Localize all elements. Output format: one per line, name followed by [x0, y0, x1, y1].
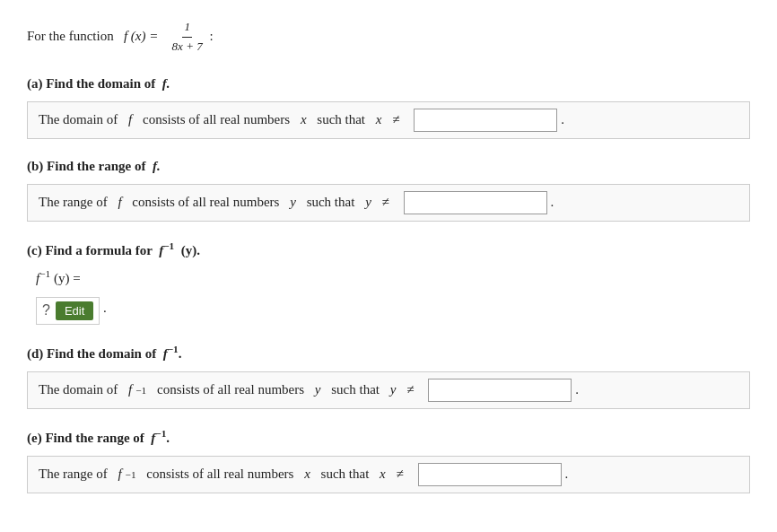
part-a-var2: x — [376, 112, 382, 127]
part-e-var2: x — [380, 467, 386, 482]
part-b-f2: f — [118, 195, 121, 210]
fraction-numerator: 1 — [182, 18, 192, 38]
part-d-f2-sup: −1 — [135, 385, 146, 396]
part-c-formula-label: f−1 (y) = — [27, 268, 750, 286]
fx-label: f (x) = — [124, 29, 158, 43]
part-c-edit-button[interactable]: Edit — [56, 301, 93, 320]
part-c-finv-sup: −1 — [163, 240, 174, 251]
part-c-f-sup: −1 — [39, 268, 50, 279]
part-a-header: (a) Find the domain of f. — [27, 73, 750, 94]
part-d-var: y — [315, 382, 321, 397]
part-b-answer-row: The range of f consists of all real numb… — [27, 184, 750, 222]
part-a-statement: The domain of — [39, 112, 118, 127]
part-d-finv-sup: −1 — [168, 344, 179, 354]
part-c: (c) Find a formula for f−1 (y). f−1 (y) … — [27, 238, 750, 325]
part-a: (a) Find the domain of f. The domain of … — [27, 73, 750, 139]
part-e-period2: . — [565, 467, 569, 482]
part-e-label: (e) Find the range of — [27, 431, 144, 445]
part-e-input[interactable] — [418, 463, 562, 486]
part-e-f2: f — [118, 467, 121, 482]
part-a-such-that: such that — [317, 112, 365, 127]
part-a-var: x — [301, 112, 307, 127]
intro-text: For the function — [27, 29, 114, 43]
part-a-f: f. — [162, 76, 170, 91]
part-b: (b) Find the range of f. The range of f … — [27, 155, 750, 222]
part-b-var: y — [290, 195, 296, 210]
part-e-finv-sup: −1 — [155, 428, 166, 439]
part-b-label: (b) Find the range of — [27, 159, 146, 173]
part-a-period: . — [561, 112, 564, 127]
part-d-header: (d) Find the domain of f−1. — [27, 341, 750, 364]
part-d-label: (d) Find the domain of — [27, 346, 156, 361]
part-c-dot: · — [103, 303, 107, 318]
part-a-neq: ≠ — [392, 112, 399, 127]
part-b-f: f. — [153, 159, 161, 173]
part-d-middle: consists of all real numbers — [157, 382, 304, 397]
part-b-input[interactable] — [404, 191, 547, 214]
part-c-question-mark: ? — [42, 302, 50, 318]
part-b-such-that: such that — [307, 195, 355, 210]
part-a-answer-row: The domain of f consists of all real num… — [27, 101, 750, 139]
part-b-statement: The range of — [39, 195, 108, 210]
part-a-input[interactable] — [414, 109, 557, 132]
part-e-answer-row: The range of f−1 consists of all real nu… — [27, 456, 750, 493]
part-d-var2: y — [390, 382, 397, 397]
part-c-label: (c) Find a formula for — [27, 243, 153, 257]
part-d-period2: . — [575, 382, 579, 397]
part-d: (d) Find the domain of f−1. The domain o… — [27, 341, 750, 409]
part-e-period: . — [166, 431, 170, 445]
part-a-middle: consists of all real numbers — [143, 112, 290, 127]
part-e-middle: consists of all real numbers — [146, 467, 293, 482]
part-b-middle: consists of all real numbers — [132, 195, 279, 210]
part-d-period: . — [179, 346, 182, 361]
part-a-label: (a) Find the domain of — [27, 76, 155, 91]
part-b-var2: y — [365, 195, 371, 210]
part-c-header: (c) Find a formula for f−1 (y). — [27, 238, 750, 261]
part-e: (e) Find the range of f−1. The range of … — [27, 425, 750, 493]
part-d-answer-row: The domain of f−1 consists of all real n… — [27, 371, 750, 409]
part-d-input[interactable] — [428, 379, 572, 402]
part-e-f2-sup: −1 — [126, 469, 136, 480]
fraction: 1 8x + 7 — [170, 18, 205, 57]
part-d-such-that: such that — [331, 382, 380, 397]
part-d-statement: The domain of — [39, 382, 118, 397]
part-d-neq: ≠ — [406, 382, 414, 397]
part-e-statement: The range of — [39, 467, 108, 482]
part-a-f2: f — [128, 112, 132, 127]
part-c-y-label: (y) = — [54, 271, 81, 285]
part-c-widget: ? Edit — [36, 297, 100, 325]
part-c-paren: (y). — [181, 243, 200, 257]
part-d-f2: f — [128, 382, 132, 397]
header-colon: : — [209, 29, 213, 43]
part-e-such-that: such that — [321, 467, 370, 482]
part-b-header: (b) Find the range of f. — [27, 155, 750, 177]
part-b-neq: ≠ — [382, 195, 389, 210]
fraction-denominator: 8x + 7 — [170, 38, 205, 57]
part-e-var: x — [304, 467, 310, 482]
part-b-period: . — [551, 195, 554, 210]
part-e-header: (e) Find the range of f−1. — [27, 425, 750, 449]
header: For the function f (x) = 1 8x + 7 : — [27, 18, 750, 57]
part-e-neq: ≠ — [397, 467, 404, 482]
